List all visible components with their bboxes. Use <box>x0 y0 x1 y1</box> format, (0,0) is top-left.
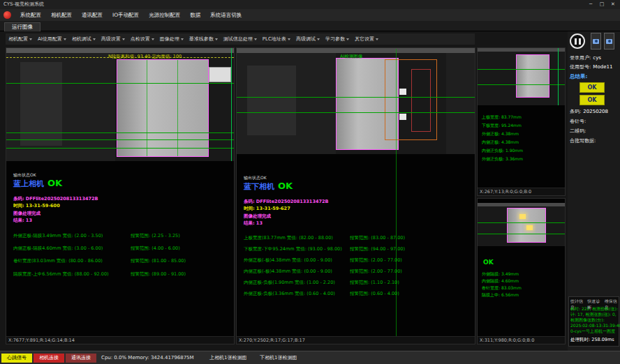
stat-line: 0-cys一号上相机一图度 <box>570 328 615 335</box>
camera-icon <box>593 39 599 44</box>
thumb2-ok-status: OK <box>483 259 494 266</box>
window-title: CYS-视觉检测系统 <box>3 0 44 9</box>
alarm-range: 报警范围: (83.00 - 87.00) <box>350 235 405 241</box>
menu-system-config[interactable]: 系统配置 <box>15 9 46 21</box>
ribbon-tab-label: PLC地址表 <box>263 36 286 43</box>
ribbon-tab-label: AI使用配置 <box>38 36 62 43</box>
ribbon-tab-other-settings[interactable]: 其它设置 <box>352 33 381 45</box>
ribbon-tab-label: 测试信息处理 <box>223 36 253 43</box>
menu-data[interactable]: 数据 <box>185 9 205 21</box>
app-logo-icon <box>3 11 11 19</box>
menu-camera-config[interactable]: 相机配置 <box>46 9 77 21</box>
thumbnail2-panel: OK 外侧隔膜: 3.49mm 内侧隔膜: 4.60mm 卷针宽度: 83.03… <box>477 198 566 344</box>
chevron-down-icon <box>317 38 320 40</box>
ribbon-tab-ai-config[interactable]: AI使用配置 <box>35 33 69 45</box>
ribbon-tab-camera-config[interactable]: 相机配置 <box>6 33 35 45</box>
ribbon-tab-advanced-settings[interactable]: 高级设置 <box>98 33 128 45</box>
measure-value: 上极宽度(83.77mm 宽值: (82.00 - 88.00) <box>244 235 333 241</box>
pause-icon <box>579 38 581 45</box>
ribbon-tab-label: 相机调试 <box>72 36 91 43</box>
camera1-live-image[interactable]: N轮距离和值: 93.40-定向面值: 100 <box>6 48 234 161</box>
ribbon-tab-spot-check[interactable]: 点检设置 <box>128 33 157 45</box>
measure-line <box>478 69 565 70</box>
ribbon-tab-plc-address[interactable]: PLC地址表 <box>260 33 293 45</box>
ribbon-tab-advanced-debug[interactable]: 高级调试 <box>293 33 323 45</box>
machine-rail <box>237 48 475 53</box>
menu-language-switch[interactable]: 系统语言切换 <box>205 9 246 21</box>
needle-number-label: 卷针号: <box>570 119 586 124</box>
tab-highlight <box>526 225 533 230</box>
camera2-barcode: 条码: DFFlite2025020813313472B <box>244 199 328 205</box>
lower-camera-count: 下相机1张检测图 <box>260 354 297 363</box>
chevron-down-icon <box>215 38 218 40</box>
qr-code-row: 二维码: <box>570 128 619 135</box>
thumb1-info-line: 下极宽度: 95.24mm <box>482 123 522 129</box>
camera2-measure-row: 内侧正极(-极)4.38mm 宽值: (0.00 - 9.00)报警范围: (2… <box>244 268 472 275</box>
lower-camera-view-button[interactable] <box>604 33 614 50</box>
thumb1-info-line: 内侧正负极: 1.90mm <box>482 148 523 154</box>
thumbnail2-image[interactable] <box>478 203 565 246</box>
alarm-range: 报警范围: (4.00 - 6.00) <box>131 245 180 252</box>
thumb2-info-line: 隔膜上中: 6.56mm <box>482 292 519 298</box>
camera2-measure-row: 下极宽度-下中95.24mm 宽值: (93.00 - 98.00)报警范围: … <box>244 246 472 252</box>
ribbon-tab-test-info[interactable]: 测试信息处理 <box>221 33 260 45</box>
chevron-down-icon <box>122 38 125 40</box>
chevron-down-icon <box>376 38 378 40</box>
menu-io-manual-config[interactable]: IO手动配置 <box>108 9 144 21</box>
measure-line <box>6 139 234 140</box>
camera2-time: 时间: 13-31-59-627 <box>244 206 290 212</box>
camera1-measure-row: 隔膜宽度-上中6.56mm 宽值: (88.00 - 92.00)报警范围: (… <box>13 271 231 278</box>
upper-camera-count: 上相机1张检测图 <box>209 354 246 363</box>
measure-line <box>478 234 565 234</box>
measure-value: 隔膜宽度-上中6.56mm 宽值: (88.00 - 92.00) <box>13 271 109 277</box>
qr-code-label: 二维码: <box>570 128 586 134</box>
measure-line <box>177 60 178 156</box>
menu-comm-config[interactable]: 通讯配置 <box>77 9 108 21</box>
measure-line <box>237 97 475 98</box>
upper-camera-view-button[interactable] <box>591 33 601 50</box>
camera1-measure-row: 卷针宽度(83.03mm 宽值: (80.00 - 86.00)报警范围: (8… <box>13 258 231 264</box>
chevron-down-icon <box>254 38 257 40</box>
chevron-down-icon <box>29 38 32 40</box>
app-window: CYS-视觉检测系统 ─ □ ✕ 系统配置 相机配置 通讯配置 IO手动配置 光… <box>0 0 620 364</box>
thumbnail1-pixel-coords: X:267;Y:13;R:0;G:0;B:0 <box>478 188 565 195</box>
menu-light-control-config[interactable]: 光源控制配置 <box>144 9 185 21</box>
camera-icon <box>606 39 612 44</box>
measure-line-vertical <box>558 48 559 105</box>
camera1-process-status: 图像处理完成 <box>13 211 40 217</box>
measure-line <box>6 83 234 84</box>
tab-run-image[interactable]: 运行图像 <box>4 22 40 31</box>
pause-icon <box>575 38 577 45</box>
tab-highlight <box>399 114 406 120</box>
machine-rail <box>478 48 565 52</box>
thumbnail1-image[interactable] <box>478 48 565 105</box>
ribbon-tab-camera-debug[interactable]: 相机调试 <box>69 33 98 45</box>
menu-bar: 系统配置 相机配置 通讯配置 IO手动配置 光源控制配置 数据 系统语言切换 <box>0 9 620 21</box>
model-label: 使用型号: <box>570 64 591 70</box>
pause-button[interactable] <box>570 33 585 49</box>
close-button[interactable]: ✕ <box>607 0 619 9</box>
login-user-label: 登录用户: <box>570 55 591 61</box>
cell-part <box>516 54 549 98</box>
tab-connector <box>209 67 231 82</box>
camera2-measure-row: 外侧正极-负极(3.36mm 宽值: (0.60 - 4.00)报警范围: (0… <box>244 291 472 297</box>
ribbon-tab-learning-params[interactable]: 学习参数 <box>323 33 352 45</box>
ribbon-tab-baseline-params[interactable]: 基准线参数 <box>186 33 221 45</box>
minimize-button[interactable]: ─ <box>585 0 596 9</box>
ribbon-tab-image-processing[interactable]: 图像处理 <box>157 33 186 45</box>
camera2-live-image[interactable]: AI检测图像 <box>237 48 475 154</box>
maximize-button[interactable]: □ <box>596 0 607 9</box>
camera2-measure-row: 外侧正极(-极)4.38mm 宽值: (0.00 - 9.00)报警范围: (2… <box>244 257 472 264</box>
camera1-measure-row: 外侧正极-隔膜3.49mm 宽值: (2.00 - 3.50)报警范围: (2.… <box>13 233 231 239</box>
thumb2-info-line: 卷针宽度: 83.03mm <box>482 285 522 291</box>
measure-value: 内侧正极(-极)4.38mm 宽值: (0.00 - 9.00) <box>244 268 332 274</box>
tab-highlight <box>519 214 526 219</box>
ribbon-tab-label: 高级设置 <box>101 36 121 43</box>
alarm-range: 报警范围: (0.60 - 4.00) <box>350 291 399 297</box>
thumb1-info-line: 外侧正负极: 3.36mm <box>482 156 523 162</box>
camera2-title: 蓝下相机 OK <box>244 181 293 192</box>
chevron-down-icon <box>181 38 184 40</box>
camera1-measure-row: 内侧正极-隔膜4.60mm 宽值: (3.00 - 6.00)报警范围: (4.… <box>13 245 231 252</box>
measure-line <box>478 222 565 223</box>
ribbon-tab-label: 相机配置 <box>8 36 28 43</box>
